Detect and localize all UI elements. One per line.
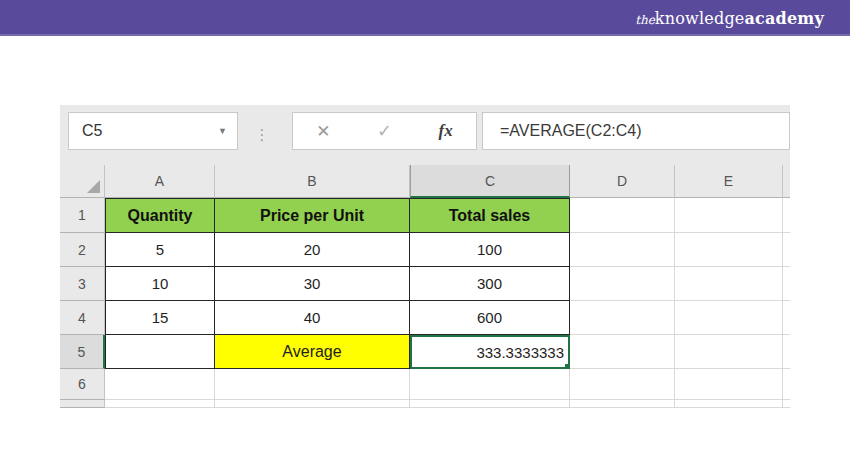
cell-f1-partial (783, 198, 790, 233)
spreadsheet-grid: A B C D E 1 Quantity Price per Unit Tota… (60, 165, 790, 408)
cell-b1[interactable]: Price per Unit (215, 198, 410, 233)
row-header-4[interactable]: 4 (60, 301, 105, 335)
enter-icon[interactable]: ✓ (377, 120, 392, 142)
cell-c5-value: 333.3333333 (476, 344, 564, 361)
row-header-7-partial (60, 400, 105, 408)
cell-b2[interactable]: 20 (215, 233, 410, 267)
cell-d2[interactable] (570, 233, 675, 267)
formula-buttons-group: ✕ ✓ fx (292, 112, 477, 150)
cell-f5-partial (783, 335, 790, 369)
cell-b4[interactable]: 40 (215, 301, 410, 335)
cell-a6[interactable] (105, 369, 215, 400)
name-box-value: C5 (82, 122, 102, 140)
cell-a4[interactable]: 15 (105, 301, 215, 335)
cell-c5-selected[interactable]: 333.3333333 (410, 335, 570, 369)
cell-d1[interactable] (570, 198, 675, 233)
logo-knowledge: knowledge (655, 9, 745, 28)
cell-a1[interactable]: Quantity (105, 198, 215, 233)
name-box[interactable]: C5 ▼ (68, 112, 238, 150)
row-header-1[interactable]: 1 (60, 198, 105, 233)
cell-a2[interactable]: 5 (105, 233, 215, 267)
select-all-corner[interactable] (60, 165, 105, 198)
cancel-icon[interactable]: ✕ (316, 121, 330, 142)
logo-the: the (635, 13, 655, 27)
formula-text: =AVERAGE(C2:C4) (500, 122, 642, 140)
row-header-3[interactable]: 3 (60, 267, 105, 301)
name-box-dropdown-icon[interactable]: ▼ (218, 126, 227, 136)
column-header-d[interactable]: D (570, 165, 675, 198)
formula-bar-drag-dots-icon: ⋮ (254, 105, 270, 165)
cell-d4[interactable] (570, 301, 675, 335)
cell-f2-partial (783, 233, 790, 267)
brand-header-bar: theknowledgeacademy (0, 0, 850, 36)
cell-f7-partial (783, 400, 790, 408)
cell-e7-partial (675, 400, 783, 408)
cell-e5[interactable] (675, 335, 783, 369)
formula-bar-strip: C5 ▼ ⋮ ✕ ✓ fx =AVERAGE(C2:C4) (60, 105, 790, 165)
cell-c7-partial (410, 400, 570, 408)
cell-f4-partial (783, 301, 790, 335)
cell-c6[interactable] (410, 369, 570, 400)
cell-d5[interactable] (570, 335, 675, 369)
select-all-triangle-icon (87, 180, 100, 193)
cell-e6[interactable] (675, 369, 783, 400)
cell-d6[interactable] (570, 369, 675, 400)
cell-a3[interactable]: 10 (105, 267, 215, 301)
formula-input[interactable]: =AVERAGE(C2:C4) (482, 112, 790, 150)
row-header-5[interactable]: 5 (60, 335, 105, 369)
column-header-e[interactable]: E (675, 165, 783, 198)
cell-e4[interactable] (675, 301, 783, 335)
column-header-a[interactable]: A (105, 165, 215, 198)
cell-c4[interactable]: 600 (410, 301, 570, 335)
cell-b3[interactable]: 30 (215, 267, 410, 301)
cell-c2[interactable]: 100 (410, 233, 570, 267)
logo-academy: academy (745, 9, 824, 28)
cell-e1[interactable] (675, 198, 783, 233)
column-header-partial (783, 165, 790, 198)
row-header-6[interactable]: 6 (60, 369, 105, 400)
cell-f3-partial (783, 267, 790, 301)
row-header-2[interactable]: 2 (60, 233, 105, 267)
column-header-c[interactable]: C (410, 165, 570, 198)
cell-e3[interactable] (675, 267, 783, 301)
cell-c3[interactable]: 300 (410, 267, 570, 301)
column-header-b[interactable]: B (215, 165, 410, 198)
cell-c1[interactable]: Total sales (410, 198, 570, 233)
cell-e2[interactable] (675, 233, 783, 267)
cell-f6-partial (783, 369, 790, 400)
cell-a7-partial (105, 400, 215, 408)
cell-a5[interactable] (105, 335, 215, 369)
cell-b6[interactable] (215, 369, 410, 400)
cell-b7-partial (215, 400, 410, 408)
fill-handle[interactable] (564, 363, 570, 369)
insert-function-icon[interactable]: fx (439, 121, 453, 141)
brand-logo: theknowledgeacademy (635, 9, 824, 28)
cell-d3[interactable] (570, 267, 675, 301)
cell-d7-partial (570, 400, 675, 408)
cell-b5[interactable]: Average (215, 335, 410, 369)
